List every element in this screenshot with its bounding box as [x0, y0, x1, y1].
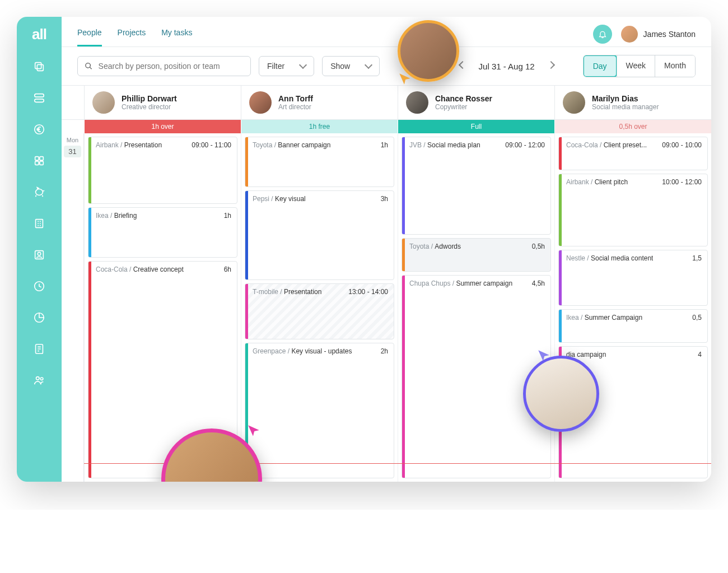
tab-projects[interactable]: Projects [118, 28, 146, 46]
board: Mon 31 Airbank / Presentation09:00 - 11:… [62, 133, 711, 482]
task-card[interactable]: Ikea / Summer Campaign0,5 [558, 309, 708, 343]
task-card[interactable]: Airbank / Client pitch10:00 - 12:00 [558, 174, 708, 246]
svg-rect-3 [35, 99, 44, 103]
current-user[interactable]: James Stanton [621, 26, 696, 43]
notifications-button[interactable] [593, 25, 612, 44]
date-label: 31 [64, 146, 81, 157]
view-month[interactable]: Month [655, 55, 695, 77]
task-card[interactable]: Nestle / Social media content1,5 [558, 250, 708, 306]
app-window: all James Stanton PeopleProjectsMy tasks [17, 17, 711, 482]
person-role: Copywriter [435, 103, 492, 111]
toolbar: Filter Show Jul 31 - Aug 12 DayWeekMonth [62, 47, 711, 86]
collaborator-avatar [523, 356, 599, 432]
next-button[interactable] [546, 62, 556, 70]
prev-button[interactable] [458, 62, 468, 70]
task-card[interactable]: T-mobile / Presentation13:00 - 14:00 [245, 283, 394, 339]
status-badge: 1h free [241, 120, 398, 133]
status-badge: 0,5h over [554, 120, 711, 133]
show-button[interactable]: Show [322, 56, 380, 76]
tab-people[interactable]: People [77, 28, 102, 46]
chevron-left-icon [458, 61, 466, 69]
avatar [92, 91, 115, 114]
nav-doc-icon[interactable] [31, 341, 47, 357]
nav-profile-icon[interactable] [31, 247, 47, 263]
person-header[interactable]: Chance RosserCopywriter [398, 86, 554, 119]
task-card[interactable]: Ikea / Briefing1h [88, 207, 237, 258]
svg-rect-1 [37, 64, 43, 71]
nav-copy-icon[interactable] [31, 59, 47, 74]
view-switch: DayWeekMonth [583, 55, 696, 77]
task-card[interactable]: Toyota / Adwords0,5h [402, 238, 551, 272]
nav-chart-icon[interactable] [31, 310, 47, 325]
task-card[interactable]: JVB / Social media plan09:00 - 12:00 [402, 137, 551, 235]
svg-rect-5 [35, 157, 39, 160]
status-badge: Full [398, 120, 554, 133]
person-header[interactable]: Ann TorffArt director [241, 86, 398, 119]
chevron-right-icon [547, 61, 555, 69]
nav-piggy-icon[interactable] [31, 184, 47, 200]
day-lane: Mon 31 [62, 133, 84, 482]
svg-point-4 [35, 125, 44, 134]
svg-point-11 [38, 252, 41, 255]
search-field[interactable] [99, 62, 244, 71]
chevron-down-icon [365, 61, 372, 69]
person-role: Social media manager [592, 103, 659, 111]
main: James Stanton PeopleProjectsMy tasks Fil… [62, 17, 711, 482]
person-column: Toyota / Banner campaign1hPepsi / Key vi… [241, 133, 398, 482]
search-icon [85, 62, 93, 71]
nav-grid-icon[interactable] [31, 153, 47, 169]
person-name: Ann Torff [278, 94, 313, 103]
sidebar: all [17, 17, 62, 482]
nav-people-icon[interactable] [31, 372, 47, 388]
person-header[interactable]: Marilyn DiasSocial media manager [554, 86, 711, 119]
view-day[interactable]: Day [583, 55, 617, 77]
person-name: Phillip Dorwart [122, 94, 177, 103]
search-input[interactable] [77, 56, 251, 76]
svg-rect-9 [36, 220, 43, 228]
view-week[interactable]: Week [617, 55, 655, 77]
filter-button[interactable]: Filter [259, 56, 314, 76]
person-column: JVB / Social media plan09:00 - 12:00Toyo… [398, 133, 554, 482]
nav-euro-icon[interactable] [31, 122, 47, 137]
person-name: Chance Rosser [435, 94, 492, 103]
avatar [621, 26, 638, 43]
status-row: 1h over1h freeFull0,5h over [62, 120, 711, 133]
person-name: Marilyn Dias [592, 94, 659, 103]
person-header[interactable]: Phillip DorwartCreative director [84, 86, 241, 119]
person-column: Coca-Cola / Client preset...09:00 - 10:0… [554, 133, 711, 482]
svg-rect-6 [40, 157, 43, 160]
logo: all [32, 26, 46, 43]
svg-rect-8 [40, 161, 43, 165]
date-range: Jul 31 - Aug 12 [475, 62, 538, 71]
person-role: Creative director [122, 103, 177, 111]
weekday-label: Mon [62, 137, 83, 143]
svg-rect-2 [35, 94, 44, 97]
nav-users-icon[interactable] [31, 90, 47, 106]
nav-clock-icon[interactable] [31, 278, 47, 294]
task-card[interactable]: Airbank / Presentation09:00 - 11:00 [88, 137, 237, 204]
nav-building-icon[interactable] [31, 216, 47, 231]
header-right: James Stanton [593, 25, 696, 44]
task-card[interactable]: Pepsi / Key visual3h [245, 190, 394, 280]
chevron-down-icon [299, 61, 307, 69]
tab-my-tasks[interactable]: My tasks [161, 28, 192, 46]
svg-point-14 [36, 377, 40, 380]
avatar [249, 91, 272, 114]
people-header: Phillip DorwartCreative directorAnn Torf… [62, 86, 711, 120]
avatar [406, 91, 428, 114]
person-role: Art director [278, 103, 313, 111]
user-name: James Stanton [643, 30, 696, 39]
svg-rect-7 [35, 161, 39, 165]
task-card[interactable]: Coca-Cola / Client preset...09:00 - 10:0… [558, 137, 708, 170]
avatar [563, 91, 585, 114]
task-card[interactable]: Toyota / Banner campaign1h [245, 137, 394, 187]
status-badge: 1h over [84, 120, 241, 133]
svg-rect-0 [35, 63, 41, 69]
task-card[interactable]: Greenpace / Key visual - updates2h [245, 343, 394, 478]
svg-point-15 [40, 378, 43, 380]
